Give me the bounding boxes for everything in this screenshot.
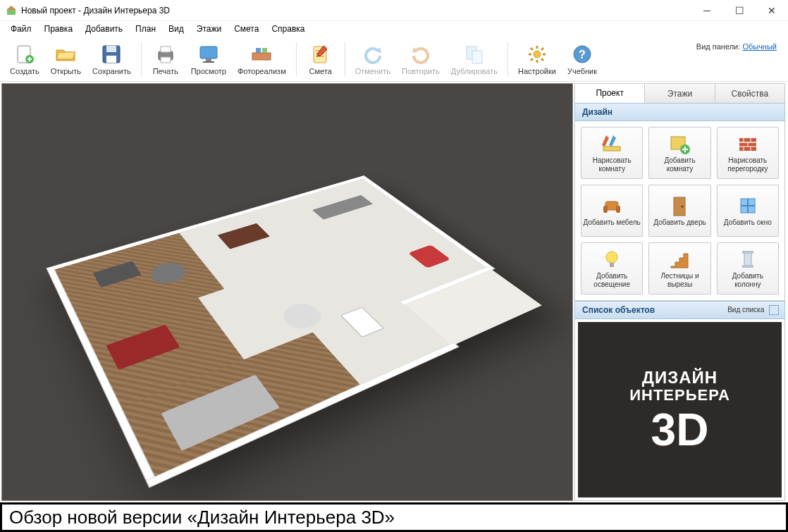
pencil-ruler-icon (601, 132, 623, 155)
svg-point-32 (606, 252, 617, 263)
duplicate-button[interactable]: Дублировать (445, 39, 503, 80)
tutorial-button[interactable]: ? Учебник (562, 39, 603, 80)
help-icon: ? (571, 43, 593, 66)
svg-rect-6 (106, 56, 116, 63)
menu-help[interactable]: Справка (265, 22, 311, 36)
tab-project[interactable]: Проект (575, 84, 645, 103)
menu-add[interactable]: Добавить (79, 22, 129, 36)
minimize-button[interactable]: ─ (691, 0, 723, 21)
menu-plan[interactable]: План (129, 22, 162, 36)
menu-edit[interactable]: Правка (38, 22, 80, 36)
toolbar: Создать Открыть Сохранить Печать Просмот… (0, 37, 788, 82)
stairs-cutouts-button[interactable]: Лестницы и вырезы (648, 242, 710, 295)
panel-mode-label: Вид панели: Обычный (696, 42, 784, 51)
svg-rect-35 (742, 251, 753, 254)
maximize-button[interactable]: ☐ (723, 0, 756, 21)
door-icon (668, 194, 691, 217)
toolbar-separator (141, 42, 142, 76)
save-button[interactable]: Сохранить (87, 39, 137, 80)
window-controls: ─ ☐ ✕ (691, 0, 788, 20)
svg-rect-0 (7, 9, 16, 15)
add-room-button[interactable]: Добавить комнату (648, 127, 710, 179)
svg-point-30 (682, 206, 684, 208)
design-section-header: Дизайн (574, 103, 785, 121)
svg-rect-11 (206, 58, 211, 61)
view-button[interactable]: Просмотр (185, 39, 232, 80)
new-file-icon (13, 43, 36, 66)
sidebar: Проект Этажи Свойства Дизайн Нарисовать … (573, 82, 788, 502)
app-icon (6, 5, 17, 16)
create-button[interactable]: Создать (4, 39, 45, 80)
brick-wall-icon (737, 132, 759, 155)
svg-rect-9 (161, 57, 171, 63)
draw-room-button[interactable]: Нарисовать комнату (581, 127, 643, 179)
svg-point-19 (534, 51, 541, 58)
column-icon (737, 248, 759, 271)
add-lighting-button[interactable]: Добавить освещение (581, 242, 643, 295)
sidebar-tabs: Проект Этажи Свойства (574, 83, 785, 103)
svg-rect-8 (161, 47, 171, 52)
menu-estimate[interactable]: Смета (228, 22, 265, 36)
room-plus-icon (668, 132, 691, 155)
list-mode-toggle[interactable]: Вид списка (727, 305, 779, 315)
close-button[interactable]: ✕ (756, 0, 788, 21)
svg-rect-15 (262, 48, 267, 53)
3d-viewport[interactable] (1, 83, 573, 501)
tab-properties[interactable]: Свойства (715, 84, 784, 103)
monitor-icon (197, 43, 220, 66)
photorealism-icon (250, 43, 273, 66)
redo-button[interactable]: Повторить (396, 39, 445, 80)
svg-rect-12 (203, 61, 214, 63)
add-furniture-button[interactable]: Добавить мебель (581, 185, 643, 237)
svg-rect-34 (744, 252, 751, 266)
notepad-icon (309, 43, 332, 66)
workspace: Проект Этажи Свойства Дизайн Нарисовать … (0, 82, 788, 502)
svg-rect-28 (616, 206, 620, 213)
caption-text: Обзор новой версии «Дизайн Интерьера 3D» (9, 507, 395, 528)
stairs-icon (668, 248, 691, 271)
svg-text:?: ? (579, 49, 586, 61)
window-icon (737, 194, 759, 217)
settings-button[interactable]: Настройки (512, 39, 562, 80)
redo-icon (410, 43, 432, 66)
print-button[interactable]: Печать (146, 39, 185, 80)
list-view-icon (769, 305, 779, 315)
svg-rect-18 (472, 51, 482, 63)
menu-file[interactable]: Файл (4, 22, 38, 36)
svg-rect-29 (674, 197, 685, 216)
promo-image: ДИЗАЙН ИНТЕРЬЕРА 3D (578, 322, 782, 497)
gear-icon (526, 43, 548, 66)
svg-rect-14 (256, 48, 261, 53)
tab-floors[interactable]: Этажи (645, 84, 715, 103)
caption-bar: Обзор новой версии «Дизайн Интерьера 3D» (0, 502, 788, 532)
svg-marker-1 (6, 6, 16, 10)
objects-section-header: Список объектов Вид списка (574, 301, 785, 319)
panel-mode-link[interactable]: Обычный (742, 42, 777, 51)
menu-floors[interactable]: Этажи (190, 22, 228, 36)
printer-icon (154, 43, 177, 66)
svg-rect-5 (106, 46, 116, 52)
add-column-button[interactable]: Добавить колонну (717, 242, 779, 295)
svg-rect-33 (610, 263, 614, 267)
undo-icon (362, 43, 384, 66)
open-button[interactable]: Открыть (45, 39, 87, 80)
toolbar-separator (345, 42, 345, 76)
svg-rect-36 (742, 265, 753, 268)
design-palette: Нарисовать комнату Добавить комнату Нари… (574, 121, 785, 301)
folder-open-icon (54, 43, 77, 66)
menubar: Файл Правка Добавить План Вид Этажи Смет… (0, 21, 788, 37)
menu-view[interactable]: Вид (162, 22, 190, 36)
floppy-icon (100, 43, 123, 66)
add-door-button[interactable]: Добавить дверь (648, 185, 710, 237)
photorealism-button[interactable]: Фотореализм (232, 39, 292, 80)
svg-rect-10 (200, 47, 217, 58)
add-window-button[interactable]: Добавить окно (717, 185, 779, 237)
svg-rect-22 (603, 147, 620, 151)
toolbar-separator (507, 42, 508, 76)
draw-partition-button[interactable]: Нарисовать перегородку (717, 127, 779, 179)
undo-button[interactable]: Отменить (350, 39, 396, 80)
window-title: Новый проект - Дизайн Интерьера 3D (21, 6, 691, 16)
estimate-button[interactable]: Смета (301, 39, 340, 80)
promo-panel: ДИЗАЙН ИНТЕРЬЕРА 3D (574, 319, 785, 501)
svg-rect-13 (252, 53, 271, 60)
